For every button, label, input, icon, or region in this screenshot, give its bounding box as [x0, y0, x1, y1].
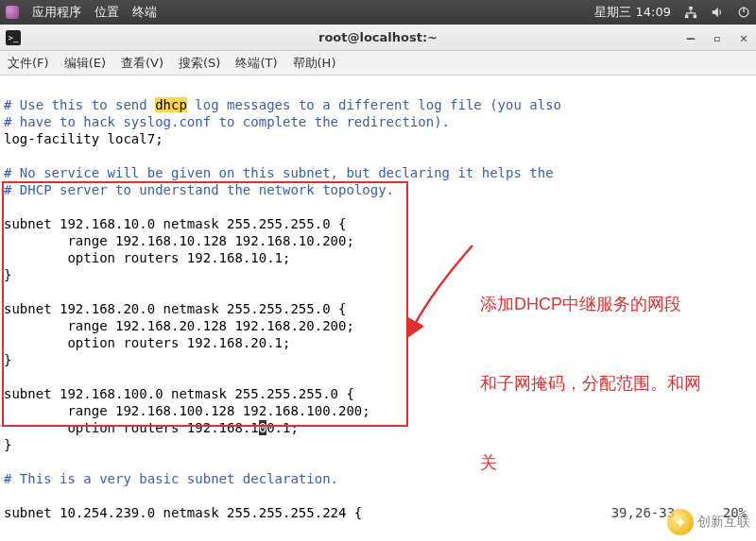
svg-rect-4	[743, 8, 744, 12]
comment-line: # Use this to send	[4, 97, 155, 112]
config-line: log-facility local7;	[4, 131, 163, 146]
desktop-top-panel: 应用程序 位置 终端 星期三 14:09	[0, 0, 756, 25]
menu-file[interactable]: 文件(F)	[8, 55, 49, 72]
comment-line: # This is a very basic subnet declaratio…	[4, 471, 338, 486]
config-line: subnet 192.168.20.0 netmask 255.255.255.…	[4, 301, 346, 316]
config-line: range 192.168.10.128 192.168.10.200;	[4, 233, 354, 248]
gnome-foot-icon	[6, 6, 19, 19]
config-line: option routers 192.168.10.1;	[4, 250, 290, 265]
network-icon[interactable]	[684, 6, 697, 19]
close-button[interactable]: ✕	[735, 30, 752, 45]
annotation-line: 添加DHCP中继服务的网段	[480, 291, 745, 317]
clock: 星期三 14:09	[594, 4, 671, 21]
places-menu[interactable]: 位置	[94, 4, 119, 21]
terminal-menubar: 文件(F) 编辑(E) 查看(V) 搜索(S) 终端(T) 帮助(H)	[0, 51, 756, 76]
config-line: range 192.168.20.128 192.168.20.200;	[4, 318, 354, 333]
search-highlight: dhcp	[155, 97, 187, 112]
config-line: option routers 192.168.20.1;	[4, 335, 290, 350]
svg-rect-2	[694, 15, 697, 19]
comment-line: # DHCP server to understand the network …	[4, 182, 394, 197]
comment-line: # have to hack syslog.conf to complete t…	[4, 114, 450, 129]
config-line: option routers 192.168.1	[4, 420, 259, 435]
terminal-content[interactable]: # Use this to send dhcp log messages to …	[0, 76, 756, 541]
config-line: range 192.168.100.128 192.168.100.200;	[4, 403, 370, 418]
svg-rect-1	[685, 15, 689, 19]
watermark: ✦ 创新互联	[667, 509, 750, 535]
config-line: subnet 192.168.100.0 netmask 255.255.255…	[4, 386, 354, 401]
annotation-arrow	[406, 236, 482, 340]
watermark-icon: ✦	[667, 509, 694, 535]
maximize-button[interactable]: ▫	[709, 30, 726, 45]
config-line: }	[4, 267, 11, 282]
config-line: }	[4, 437, 11, 452]
window-titlebar[interactable]: >_ root@localhost:~ — ▫ ✕	[0, 25, 756, 51]
comment-line: # No service will be given on this subne…	[4, 165, 554, 180]
menu-help[interactable]: 帮助(H)	[293, 55, 336, 72]
config-line: subnet 192.168.10.0 netmask 255.255.255.…	[4, 216, 346, 231]
annotation-line: 关	[480, 449, 745, 476]
terminal-icon: >_	[6, 30, 21, 45]
power-icon[interactable]	[737, 6, 750, 19]
config-line: 0.1;	[266, 420, 299, 435]
comment-line: log messages to a different log file (yo…	[187, 97, 561, 112]
annotation-line: 和子网掩码，分配范围。和网	[480, 370, 745, 397]
text-cursor: 0	[259, 420, 266, 435]
menu-edit[interactable]: 编辑(E)	[64, 55, 106, 72]
window-title: root@localhost:~	[318, 30, 438, 44]
config-line: }	[4, 352, 11, 367]
volume-icon[interactable]	[711, 6, 724, 19]
svg-rect-0	[689, 7, 693, 10]
terminal-menu-shortcut[interactable]: 终端	[132, 4, 157, 21]
watermark-text: 创新互联	[697, 514, 750, 531]
menu-terminal[interactable]: 终端(T)	[235, 55, 277, 72]
applications-menu[interactable]: 应用程序	[32, 4, 81, 21]
cursor-position: 39,26-33	[611, 505, 675, 520]
menu-search[interactable]: 搜索(S)	[179, 55, 220, 72]
menu-view[interactable]: 查看(V)	[121, 55, 163, 72]
config-line: subnet 10.254.239.0 netmask 255.255.255.…	[4, 505, 362, 520]
minimize-button[interactable]: —	[682, 30, 699, 45]
annotation-text: 添加DHCP中继服务的网段 和子网掩码，分配范围。和网 关	[480, 238, 745, 529]
